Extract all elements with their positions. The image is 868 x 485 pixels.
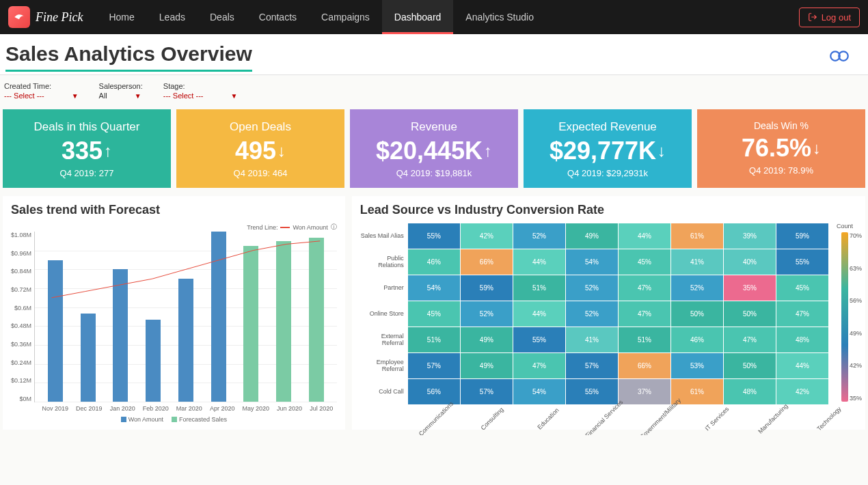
heatmap-cell[interactable]: 54% bbox=[566, 249, 618, 275]
trend-arrow-icon: ↓ bbox=[813, 139, 821, 158]
heatmap-cell[interactable]: 45% bbox=[619, 249, 670, 275]
nav-contacts[interactable]: Contacts bbox=[247, 0, 309, 34]
heatmap-cell[interactable]: 41% bbox=[566, 327, 618, 352]
heatmap-cell[interactable]: 55% bbox=[513, 327, 565, 352]
logout-button[interactable]: Log out bbox=[799, 8, 860, 27]
bar[interactable] bbox=[81, 314, 96, 402]
heatmap-row: Partner54%59%51%52%47%52%35%45% bbox=[360, 275, 828, 301]
kpi-card: Expected Revenue $29,777K↓ Q4 2019: $29,… bbox=[524, 109, 692, 188]
heatmap-cell[interactable]: 45% bbox=[776, 275, 828, 301]
heatmap-cell[interactable]: 42% bbox=[461, 223, 513, 249]
heatmap-cell[interactable]: 37% bbox=[619, 379, 670, 404]
kpi-card: Deals Win % 76.5%↓ Q4 2019: 78.9% bbox=[697, 109, 865, 188]
heatmap-cell[interactable]: 46% bbox=[408, 249, 460, 275]
heatmap-row: Sales Mail Alias55%42%52%49%44%61%39%59% bbox=[360, 223, 828, 249]
sales-trend-title: Sales trend with Forecast bbox=[11, 203, 337, 217]
heatmap-cell[interactable]: 45% bbox=[408, 301, 460, 327]
nav-deals[interactable]: Deals bbox=[198, 0, 247, 34]
heatmap-cell[interactable]: 59% bbox=[776, 223, 828, 249]
logout-icon bbox=[808, 12, 817, 22]
nav-leads[interactable]: Leads bbox=[147, 0, 198, 34]
bar[interactable] bbox=[178, 279, 193, 402]
heatmap-cell[interactable]: 57% bbox=[566, 353, 618, 378]
main-nav: HomeLeadsDealsContactsCampaignsDashboard… bbox=[96, 0, 546, 34]
heatmap-cell[interactable]: 51% bbox=[408, 327, 460, 352]
nav-analytics-studio[interactable]: Analytics Studio bbox=[453, 0, 546, 34]
heatmap-cell[interactable]: 46% bbox=[671, 327, 723, 352]
heatmap-cell[interactable]: 54% bbox=[513, 379, 565, 404]
kpi-card: Deals in this Quarter 335↑ Q4 2019: 277 bbox=[3, 109, 171, 188]
filter-select[interactable]: --- Select ---▼ bbox=[163, 92, 238, 100]
heatmap-cell[interactable]: 47% bbox=[619, 301, 670, 327]
colorbar-gradient: 70%63%56%49%42%35% bbox=[841, 232, 848, 402]
bar[interactable] bbox=[48, 260, 63, 402]
heatmap-cell[interactable]: 47% bbox=[776, 301, 828, 327]
trend-legend-top: Trend Line: Won Amount ⓘ bbox=[11, 223, 337, 232]
trend-arrow-icon: ↑ bbox=[484, 141, 492, 161]
heatmap-cell[interactable]: 59% bbox=[461, 275, 513, 301]
heatmap-cell[interactable]: 42% bbox=[776, 379, 828, 404]
trend-arrow-icon: ↓ bbox=[277, 141, 286, 161]
nav-campaigns[interactable]: Campaigns bbox=[309, 0, 382, 34]
heatmap: Sales Mail Alias55%42%52%49%44%61%39%59%… bbox=[360, 223, 857, 404]
legend-bottom: Won AmountForecasted Sales bbox=[11, 416, 337, 423]
bars-wrap bbox=[34, 232, 337, 402]
bar[interactable] bbox=[146, 320, 161, 402]
bar[interactable] bbox=[309, 238, 324, 402]
heatmap-cell[interactable]: 49% bbox=[461, 353, 513, 378]
bar[interactable] bbox=[243, 246, 258, 402]
nav-home[interactable]: Home bbox=[96, 0, 146, 34]
heatmap-cell[interactable]: 44% bbox=[776, 353, 828, 378]
heatmap-cell[interactable]: 55% bbox=[408, 223, 460, 249]
heatmap-cell[interactable]: 49% bbox=[461, 327, 513, 352]
heatmap-cell[interactable]: 55% bbox=[776, 249, 828, 275]
heatmap-cell[interactable]: 51% bbox=[513, 275, 565, 301]
heatmap-cell[interactable]: 48% bbox=[776, 327, 828, 352]
heatmap-cell[interactable]: 50% bbox=[724, 353, 776, 378]
heatmap-cell[interactable]: 40% bbox=[724, 249, 776, 275]
heatmap-row: External Referral51%49%55%41%51%46%47%48… bbox=[360, 327, 828, 352]
trend-arrow-icon: ↑ bbox=[104, 141, 112, 161]
heatmap-cell[interactable]: 52% bbox=[513, 223, 565, 249]
bar[interactable] bbox=[113, 269, 128, 402]
heatmap-cell[interactable]: 52% bbox=[566, 301, 618, 327]
heatmap-cell[interactable]: 47% bbox=[513, 353, 565, 378]
heatmap-row: Cold Call56%57%54%55%37%61%48%42% bbox=[360, 378, 828, 404]
bar-chart: $1.08M$0.96M$0.84M$0.72M$0.6M$0.48M$0.36… bbox=[11, 232, 337, 402]
heatmap-cell[interactable]: 44% bbox=[619, 223, 670, 249]
trend-arrow-icon: ↓ bbox=[657, 141, 666, 161]
heatmap-cell[interactable]: 52% bbox=[461, 301, 513, 327]
filter-select[interactable]: --- Select ---▼ bbox=[4, 92, 79, 100]
heatmap-cell[interactable]: 57% bbox=[408, 353, 460, 378]
kpi-card: Revenue $20,445K↑ Q4 2019: $19,881k bbox=[350, 109, 518, 188]
heatmap-cell[interactable]: 47% bbox=[724, 327, 776, 352]
heatmap-cell[interactable]: 51% bbox=[619, 327, 670, 352]
heatmap-cell[interactable]: 44% bbox=[513, 249, 565, 275]
nav-dashboard[interactable]: Dashboard bbox=[382, 0, 454, 34]
heatmap-cell[interactable]: 53% bbox=[671, 353, 723, 378]
filter-salesperson: Salesperson: All▼ bbox=[99, 82, 143, 100]
filter-stage: Stage: --- Select ---▼ bbox=[163, 82, 238, 100]
heatmap-cell[interactable]: 49% bbox=[566, 223, 618, 249]
heatmap-row: Public Relations46%66%44%54%45%41%40%55% bbox=[360, 249, 828, 275]
heatmap-cell[interactable]: 35% bbox=[724, 275, 776, 301]
heatmap-cell[interactable]: 52% bbox=[566, 275, 618, 301]
heatmap-cell[interactable]: 39% bbox=[724, 223, 776, 249]
bar[interactable] bbox=[276, 241, 291, 402]
heatmap-cell[interactable]: 66% bbox=[619, 353, 670, 378]
filter-select[interactable]: All▼ bbox=[99, 92, 143, 100]
heatmap-cell[interactable]: 52% bbox=[671, 275, 723, 301]
heatmap-cell[interactable]: 50% bbox=[724, 301, 776, 327]
heatmap-cell[interactable]: 61% bbox=[671, 223, 723, 249]
info-icon[interactable]: ⓘ bbox=[331, 223, 337, 232]
heatmap-cell[interactable]: 54% bbox=[408, 275, 460, 301]
heatmap-cell[interactable]: 44% bbox=[513, 301, 565, 327]
bar[interactable] bbox=[211, 232, 226, 402]
heatmap-cell[interactable]: 66% bbox=[461, 249, 513, 275]
heatmap-cell[interactable]: 47% bbox=[619, 275, 670, 301]
chevron-down-icon: ▼ bbox=[135, 92, 141, 100]
heatmap-cell[interactable]: 55% bbox=[566, 379, 618, 404]
heatmap-cell[interactable]: 41% bbox=[671, 249, 723, 275]
page-title: Sales Analytics Overview bbox=[5, 42, 252, 72]
heatmap-cell[interactable]: 50% bbox=[671, 301, 723, 327]
